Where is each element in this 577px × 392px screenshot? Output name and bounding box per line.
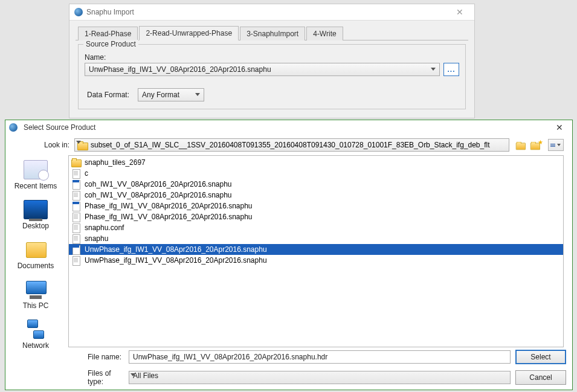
file-row[interactable]: UnwPhase_ifg_IW1_VV_08Apr2016_20Apr2016.… xyxy=(69,255,563,266)
browse-button[interactable]: ... xyxy=(443,63,459,76)
file-name-input[interactable] xyxy=(129,350,511,364)
folder-icon xyxy=(71,158,81,167)
look-in-combo[interactable]: subset_0_of_S1A_IW_SLC__1SSV_20160408T09… xyxy=(74,138,509,152)
file-row[interactable]: snaphu xyxy=(69,233,563,244)
file-icon xyxy=(71,202,81,210)
file-icon xyxy=(71,213,81,221)
file-icon xyxy=(71,169,81,178)
list-icon xyxy=(550,143,555,147)
files-of-type-value: All Files xyxy=(133,371,158,380)
file-name: Phase_ifg_IW1_VV_08Apr2016_20Apr2016.sna… xyxy=(85,213,253,221)
recent-icon xyxy=(24,160,48,179)
window-title: Snaphu Import xyxy=(86,8,450,16)
window-title: Select Source Product xyxy=(21,123,550,132)
file-name: UnwPhase_ifg_IW1_VV_08Apr2016_20Apr2016.… xyxy=(85,245,267,254)
app-icon xyxy=(74,8,83,16)
close-icon[interactable]: ✕ xyxy=(450,8,469,16)
files-of-type-combo[interactable]: All Files xyxy=(129,371,511,384)
titlebar: Select Source Product ✕ xyxy=(5,120,572,135)
file-row[interactable]: snaphu.conf xyxy=(69,222,563,233)
source-product-group: Source Product Name: UnwPhase_ifg_IW1_VV… xyxy=(78,44,466,109)
data-format-combo[interactable]: Any Format xyxy=(138,88,204,101)
place-label: Network xyxy=(22,341,49,350)
file-name: snaphu_tiles_2697 xyxy=(85,158,146,167)
cancel-button[interactable]: Cancel xyxy=(515,370,566,385)
docs-icon xyxy=(24,240,48,259)
app-icon xyxy=(9,123,18,132)
group-legend: Source Product xyxy=(83,40,138,48)
file-icon xyxy=(71,191,81,199)
place-recent[interactable]: Recent Items xyxy=(15,160,57,190)
file-name: coh_IW1_VV_08Apr2016_20Apr2016.snaphu xyxy=(85,180,232,188)
file-name-label: File name: xyxy=(77,353,124,361)
close-icon[interactable]: ✕ xyxy=(550,123,569,132)
place-label: Recent Items xyxy=(15,182,57,190)
place-docs[interactable]: Documents xyxy=(18,240,54,270)
file-icon xyxy=(71,180,81,188)
file-name: UnwPhase_ifg_IW1_VV_08Apr2016_20Apr2016.… xyxy=(85,256,267,265)
name-value: UnwPhase_ifg_IW1_VV_08Apr2016_20Apr2016.… xyxy=(89,65,271,74)
up-one-level-button[interactable] xyxy=(514,139,526,151)
chevron-down-icon xyxy=(557,143,561,147)
tab-bar: 1-Read-Phase2-Read-Unwrapped-Phase3-Snap… xyxy=(76,25,468,40)
look-in-value: subset_0_of_S1A_IW_SLC__1SSV_20160408T09… xyxy=(91,141,490,149)
place-label: Documents xyxy=(18,262,54,270)
file-name: snaphu.conf xyxy=(85,223,124,232)
place-pc[interactable]: This PC xyxy=(23,280,49,310)
tab-1-read-phase[interactable]: 1-Read-Phase xyxy=(78,27,138,40)
tab-4-write[interactable]: 4-Write xyxy=(306,27,343,40)
place-desktop[interactable]: Desktop xyxy=(22,200,49,230)
name-combo[interactable]: UnwPhase_ifg_IW1_VV_08Apr2016_20Apr2016.… xyxy=(85,63,440,76)
titlebar: Snaphu Import ✕ xyxy=(69,4,474,21)
file-list[interactable]: snaphu_tiles_2697ccoh_IW1_VV_08Apr2016_2… xyxy=(68,155,564,347)
data-format-label: Data Format: xyxy=(87,91,129,99)
data-format-value: Any Format xyxy=(142,91,179,99)
file-icon xyxy=(71,256,81,265)
file-row[interactable]: coh_IW1_VV_08Apr2016_20Apr2016.snaphu xyxy=(69,179,563,190)
snaphu-import-window: Snaphu Import ✕ 1-Read-Phase2-Read-Unwra… xyxy=(69,4,475,118)
file-name: coh_IW1_VV_08Apr2016_20Apr2016.snaphu xyxy=(85,191,232,199)
file-name: c xyxy=(85,169,88,178)
file-name: Phase_ifg_IW1_VV_08Apr2016_20Apr2016.sna… xyxy=(85,202,253,210)
files-of-type-label: Files of type: xyxy=(77,369,124,386)
new-folder-button[interactable]: ★ xyxy=(531,139,543,151)
file-icon xyxy=(71,223,81,232)
file-icon xyxy=(71,245,81,254)
file-row[interactable]: UnwPhase_ifg_IW1_VV_08Apr2016_20Apr2016.… xyxy=(69,244,563,255)
file-row[interactable]: Phase_ifg_IW1_VV_08Apr2016_20Apr2016.sna… xyxy=(69,211,563,222)
place-label: Desktop xyxy=(22,222,49,230)
place-net[interactable]: Network xyxy=(22,320,49,350)
tab-3-snaphuimport[interactable]: 3-SnaphuImport xyxy=(240,27,305,40)
places-bar: Recent ItemsDesktopDocumentsThis PCNetwo… xyxy=(5,154,66,347)
select-button[interactable]: Select xyxy=(515,350,566,364)
net-icon xyxy=(24,320,48,339)
file-name: snaphu xyxy=(85,234,108,243)
pc-icon xyxy=(24,280,48,299)
file-row[interactable]: c xyxy=(69,168,563,179)
desktop-icon xyxy=(24,200,48,219)
view-mode-button[interactable] xyxy=(548,139,564,151)
select-source-product-window: Select Source Product ✕ Look in: subset_… xyxy=(5,120,573,390)
chevron-down-icon xyxy=(194,91,201,98)
look-in-label: Look in: xyxy=(14,141,69,149)
file-row[interactable]: snaphu_tiles_2697 xyxy=(69,157,563,168)
chevron-down-icon xyxy=(430,66,437,73)
name-label: Name: xyxy=(85,53,459,62)
file-row[interactable]: coh_IW1_VV_08Apr2016_20Apr2016.snaphu xyxy=(69,190,563,201)
tab-2-read-unwrapped-phase[interactable]: 2-Read-Unwrapped-Phase xyxy=(139,26,239,40)
place-label: This PC xyxy=(23,301,49,310)
file-icon xyxy=(71,234,81,243)
file-row[interactable]: Phase_ifg_IW1_VV_08Apr2016_20Apr2016.sna… xyxy=(69,201,563,211)
